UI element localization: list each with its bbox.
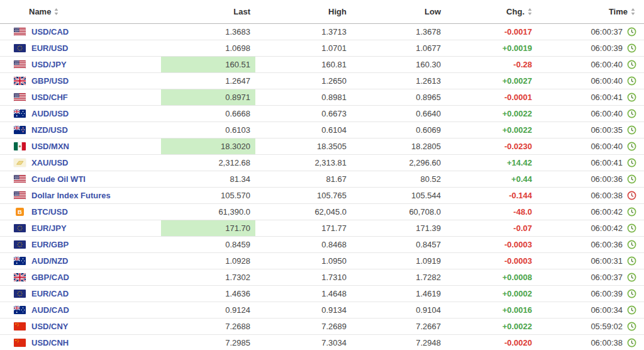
time-value: 06:00:36 (591, 240, 623, 249)
pair-link[interactable]: USD/CNH (31, 338, 69, 347)
high-cell: 1.0950 (255, 253, 352, 269)
name-cell: AUD/USD (0, 106, 161, 122)
low-cell: 1.3678 (352, 24, 446, 40)
name-cell: EUR/CAD (0, 286, 161, 302)
chg-cell: -0.07 (446, 220, 537, 237)
eu-flag-icon (14, 44, 26, 52)
pair-link[interactable]: EUR/CAD (31, 289, 69, 298)
table-row[interactable]: USD/CNH7.29857.30347.2948-0.002006:00:38 (0, 335, 644, 350)
table-row[interactable]: Crude Oil WTI81.3481.6780.52+0.4406:00:3… (0, 171, 644, 188)
table-row[interactable]: AUD/CAD0.91240.91340.9104+0.001606:00:34 (0, 302, 644, 319)
pair-link[interactable]: EUR/GBP (31, 240, 69, 249)
pair-link[interactable]: USD/MXN (31, 142, 69, 151)
column-header-last-label: Last (233, 7, 250, 16)
time-value: 06:00:39 (591, 43, 623, 53)
high-cell: 18.3505 (255, 138, 352, 155)
table-row[interactable]: AUD/USD0.66680.66730.6640+0.002206:00:40 (0, 106, 644, 122)
table-row[interactable]: NZD/USD0.61030.61040.6069+0.002206:00:35 (0, 122, 644, 138)
chg-cell: +14.42 (446, 155, 537, 171)
au-flag-icon (14, 110, 26, 118)
time-value: 06:00:37 (591, 27, 623, 37)
column-header-low-label: Low (425, 7, 441, 16)
table-row[interactable]: USD/MXN18.302018.350518.2805-0.023006:00… (0, 138, 644, 155)
pair-link[interactable]: NZD/USD (31, 125, 68, 135)
table-row[interactable]: Dollar Index Futures105.570105.765105.54… (0, 188, 644, 204)
pair-link[interactable]: AUD/USD (31, 109, 69, 118)
pair-link[interactable]: AUD/CAD (31, 305, 69, 315)
uk-flag-icon (14, 273, 26, 281)
time-value: 06:00:34 (591, 305, 623, 315)
table-row[interactable]: EUR/GBP0.84590.84680.8457-0.000306:00:36 (0, 237, 644, 253)
pair-link[interactable]: USD/CNY (31, 322, 69, 331)
pair-link[interactable]: EUR/USD (31, 43, 69, 53)
au-flag-icon (14, 257, 26, 265)
name-cell: EUR/USD (0, 40, 161, 57)
table-row[interactable]: EUR/CAD1.46361.46481.4619+0.000206:00:39 (0, 286, 644, 302)
chg-cell: +0.0002 (446, 286, 537, 302)
pair-link[interactable]: BTC/USD (31, 207, 68, 217)
pair-link[interactable]: AUD/NZD (31, 256, 69, 266)
low-cell: 160.30 (352, 57, 446, 73)
time-cell: 06:00:42 (537, 220, 644, 237)
pair-link[interactable]: EUR/JPY (31, 223, 67, 233)
time-cell: 06:00:40 (537, 138, 644, 155)
chg-cell: -0.144 (446, 188, 537, 204)
uk-flag-icon (14, 77, 26, 85)
table-row[interactable]: USD/CNY7.26887.26897.2667+0.002205:59:02 (0, 319, 644, 335)
table-row[interactable]: EUR/USD1.06981.07011.0677+0.001906:00:39 (0, 40, 644, 57)
last-cell: 1.7302 (161, 269, 255, 286)
us-flag-icon (14, 60, 26, 69)
chg-cell: -0.0020 (446, 335, 537, 350)
time-value: 06:00:41 (591, 93, 623, 102)
pair-link[interactable]: XAU/USD (31, 158, 69, 167)
clock-icon (627, 207, 636, 217)
pair-link[interactable]: GBP/CAD (31, 273, 69, 282)
last-cell: 171.70 (161, 220, 255, 237)
table-row[interactable]: BBTC/USD61,390.062,045.060,708.0-48.006:… (0, 204, 644, 220)
cn-flag-icon (14, 322, 26, 330)
table-row[interactable]: GBP/USD1.26471.26501.2613+0.002706:00:40 (0, 73, 644, 89)
table-row[interactable]: USD/CHF0.89710.89810.8965-0.000106:00:41 (0, 89, 644, 106)
time-cell: 06:00:41 (537, 89, 644, 106)
column-header-name-label: Name (29, 7, 51, 16)
pair-link[interactable]: Dollar Index Futures (31, 191, 111, 200)
header-row: Name Last High Low Chg. Time (0, 0, 644, 24)
column-header-name[interactable]: Name (0, 0, 161, 24)
name-cell: USD/CNY (0, 319, 161, 335)
clock-icon (627, 158, 636, 167)
sort-icon (528, 8, 532, 15)
time-cell: 06:00:40 (537, 106, 644, 122)
pair-link[interactable]: USD/JPY (31, 60, 67, 69)
table-row[interactable]: GBP/CAD1.73021.73101.7282+0.000806:00:37 (0, 269, 644, 286)
low-cell: 105.544 (352, 188, 446, 204)
time-value: 05:59:02 (591, 322, 623, 331)
last-cell: 1.4636 (161, 286, 255, 302)
table-row[interactable]: USD/JPY160.51160.81160.30-0.2806:00:40 (0, 57, 644, 73)
table-row[interactable]: XAU/USD2,312.682,313.812,296.60+14.4206:… (0, 155, 644, 171)
name-cell: GBP/USD (0, 73, 161, 89)
pair-link[interactable]: Crude Oil WTI (31, 174, 86, 184)
pair-link[interactable]: USD/CHF (31, 93, 68, 102)
low-cell: 1.4619 (352, 286, 446, 302)
clock-icon (627, 322, 636, 331)
last-cell: 1.3683 (161, 24, 255, 40)
chg-cell: -48.0 (446, 204, 537, 220)
table-row[interactable]: USD/CAD1.36831.37131.3678-0.001706:00:37 (0, 24, 644, 40)
low-cell: 0.9104 (352, 302, 446, 319)
table-row[interactable]: EUR/JPY171.70171.77171.39-0.0706:00:42 (0, 220, 644, 237)
last-cell: 7.2688 (161, 319, 255, 335)
eu-flag-icon (14, 240, 26, 249)
name-cell: EUR/GBP (0, 237, 161, 253)
clock-icon (627, 142, 636, 151)
chg-cell: -0.0003 (446, 237, 537, 253)
pair-link[interactable]: GBP/USD (31, 76, 69, 86)
low-cell: 60,708.0 (352, 204, 446, 220)
table-row[interactable]: AUD/NZD1.09281.09501.0919-0.000306:00:31 (0, 253, 644, 269)
column-header-time[interactable]: Time (537, 0, 644, 24)
column-header-high: High (255, 0, 352, 24)
sort-icon (631, 8, 635, 15)
name-cell: USD/CHF (0, 89, 161, 106)
column-header-chg[interactable]: Chg. (446, 0, 537, 24)
pair-link[interactable]: USD/CAD (31, 27, 69, 37)
name-cell: USD/CAD (0, 24, 161, 40)
